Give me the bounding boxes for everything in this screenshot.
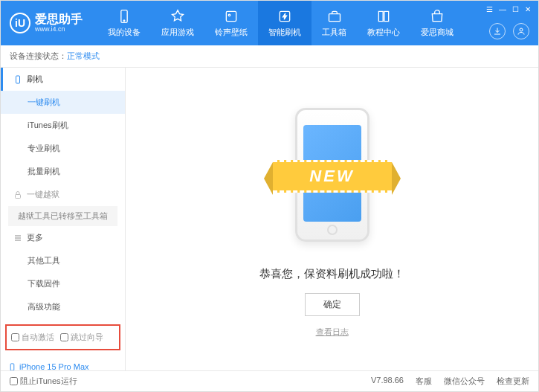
- phone-home-button: [327, 225, 338, 235]
- footer-link-update[interactable]: 检查更新: [497, 376, 529, 387]
- device-name[interactable]: iPhone 15 Pro Max: [8, 362, 117, 370]
- user-button[interactable]: [513, 23, 529, 39]
- toolbox-icon: [327, 9, 342, 24]
- lock-icon: [13, 190, 22, 199]
- svg-rect-2: [226, 11, 236, 21]
- footer-link-wechat[interactable]: 微信公众号: [444, 376, 485, 387]
- main-content: NEW 恭喜您，保资料刷机成功啦！ 确定 查看日志: [126, 68, 538, 370]
- sidebar-item-itunes-flash[interactable]: iTunes刷机: [1, 114, 125, 137]
- sidebar-item-advanced[interactable]: 高级功能: [1, 295, 125, 318]
- checkbox-label: 跳过向导: [71, 332, 103, 343]
- device-info: iPhone 15 Pro Max 512GB iPhone: [1, 356, 125, 370]
- auto-activate-checkbox[interactable]: 自动激活: [11, 332, 54, 343]
- book-icon: [376, 9, 391, 24]
- app-url: www.i4.cn: [35, 25, 83, 33]
- new-ribbon: NEW: [273, 160, 392, 193]
- nav-my-device[interactable]: 我的设备: [97, 1, 151, 45]
- svg-rect-0: [121, 10, 127, 22]
- menu-icon: [13, 234, 22, 242]
- sidebar-section-more[interactable]: 更多: [1, 226, 125, 249]
- block-itunes-checkbox[interactable]: 阻止iTunes运行: [10, 376, 77, 387]
- sidebar-section-label: 更多: [27, 232, 43, 243]
- svg-point-1: [123, 20, 125, 22]
- nav-label: 我的设备: [108, 27, 141, 38]
- phone-icon: [13, 75, 22, 84]
- sidebar-item-pro-flash[interactable]: 专业刷机: [1, 137, 125, 160]
- sidebar-item-other-tools[interactable]: 其他工具: [1, 249, 125, 272]
- nav-label: 铃声壁纸: [215, 27, 248, 38]
- view-log-link[interactable]: 查看日志: [316, 327, 349, 338]
- nav-label: 工具箱: [322, 27, 346, 38]
- flash-icon: [277, 9, 292, 24]
- sidebar-section-label: 一键越狱: [27, 189, 59, 200]
- device-icon: [117, 9, 132, 24]
- checkbox-label: 阻止iTunes运行: [20, 376, 77, 387]
- app-title: 爱思助手: [35, 13, 83, 25]
- svg-rect-8: [16, 194, 21, 198]
- sidebar-section-jailbreak: 一键越狱: [1, 183, 125, 206]
- media-icon: [224, 9, 239, 24]
- sidebar-item-batch-flash[interactable]: 批量刷机: [1, 160, 125, 183]
- window-controls: ☰ — ☐ ✕: [486, 5, 531, 13]
- download-icon: [493, 27, 502, 36]
- nav-store[interactable]: 爱思商城: [410, 1, 464, 45]
- nav-tutorials[interactable]: 教程中心: [357, 1, 410, 45]
- checkbox-input[interactable]: [11, 333, 19, 341]
- nav-apps-games[interactable]: 应用游戏: [151, 1, 204, 45]
- footer-left: 阻止iTunes运行: [10, 376, 77, 387]
- nav-smart-flash[interactable]: 智能刷机: [258, 1, 312, 45]
- store-icon: [430, 9, 445, 24]
- nav-label: 智能刷机: [268, 27, 301, 38]
- checkbox-label: 自动激活: [22, 332, 54, 343]
- success-message: 恭喜您，保资料刷机成功啦！: [259, 267, 404, 281]
- svg-rect-9: [10, 364, 14, 370]
- svg-point-3: [228, 14, 230, 16]
- logo: iU 爱思助手 www.i4.cn: [10, 13, 83, 33]
- checkbox-input[interactable]: [60, 333, 68, 341]
- sidebar-item-oneclick-flash[interactable]: 一键刷机: [1, 91, 125, 114]
- header: iU 爱思助手 www.i4.cn 我的设备 应用游戏 铃声壁纸 智能刷机: [1, 1, 538, 45]
- header-actions: [489, 23, 529, 39]
- footer-right: V7.98.66 客服 微信公众号 检查更新: [371, 376, 529, 387]
- nav-toolbox[interactable]: 工具箱: [312, 1, 357, 45]
- top-nav: 我的设备 应用游戏 铃声壁纸 智能刷机 工具箱 教程中心: [97, 1, 464, 45]
- sidebar-section-label: 刷机: [27, 74, 43, 85]
- phone-icon: [8, 363, 16, 370]
- nav-label: 教程中心: [367, 27, 400, 38]
- ok-button[interactable]: 确定: [305, 293, 360, 316]
- nav-ringtone-wallpaper[interactable]: 铃声壁纸: [204, 1, 258, 45]
- maximize-icon[interactable]: ☐: [512, 5, 519, 13]
- skip-guide-checkbox[interactable]: 跳过向导: [60, 332, 103, 343]
- footer-link-support[interactable]: 客服: [416, 376, 432, 387]
- sidebar-item-download-firmware[interactable]: 下载固件: [1, 272, 125, 295]
- version-label: V7.98.66: [371, 376, 404, 387]
- nav-label: 爱思商城: [421, 27, 454, 38]
- svg-rect-5: [329, 13, 340, 21]
- user-icon: [517, 27, 526, 36]
- nav-label: 应用游戏: [161, 27, 194, 38]
- highlight-options-box: 自动激活 跳过向导: [5, 324, 120, 350]
- sidebar-jailbreak-note: 越狱工具已转移至工具箱: [8, 206, 117, 226]
- download-button[interactable]: [489, 23, 506, 39]
- minimize-icon[interactable]: —: [499, 5, 506, 13]
- device-name-text: iPhone 15 Pro Max: [19, 362, 89, 370]
- status-bar: 设备连接状态： 正常模式: [1, 45, 538, 68]
- phone-illustration: NEW: [288, 100, 377, 249]
- sidebar: 刷机 一键刷机 iTunes刷机 专业刷机 批量刷机 一键越狱 越狱工具已转移至…: [1, 68, 126, 370]
- status-mode: 正常模式: [67, 51, 100, 62]
- apps-icon: [170, 9, 185, 24]
- sidebar-section-flash[interactable]: 刷机: [1, 68, 125, 91]
- status-label: 设备连接状态：: [10, 51, 67, 62]
- svg-point-6: [520, 28, 523, 31]
- svg-rect-7: [16, 76, 20, 83]
- menu-icon[interactable]: ☰: [486, 5, 493, 13]
- checkbox-input[interactable]: [10, 377, 18, 385]
- close-icon[interactable]: ✕: [525, 5, 531, 13]
- logo-icon: iU: [10, 13, 30, 33]
- footer: 阻止iTunes运行 V7.98.66 客服 微信公众号 检查更新: [1, 370, 538, 391]
